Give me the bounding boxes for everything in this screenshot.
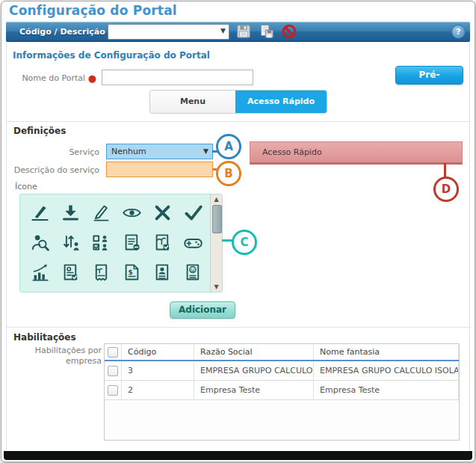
cancel-icon[interactable] (281, 23, 297, 40)
cell-codigo: 3 (122, 361, 194, 381)
download-icon[interactable] (147, 287, 178, 292)
table-row[interactable]: 2Empresa TesteEmpresa Teste (105, 381, 459, 400)
portal-config-window: Configuração do Portal Código / Descriçã… (1, 1, 475, 462)
team-tasks-icon[interactable] (86, 227, 117, 257)
receipt-icon[interactable] (86, 257, 117, 287)
eye-icon[interactable] (117, 197, 147, 227)
icon-grid: rect$ (25, 197, 210, 292)
codigo-descricao-select[interactable]: ▼ (108, 24, 229, 40)
cell-nome-fantasia: Empresa Teste (314, 381, 459, 400)
save-icon[interactable] (235, 23, 252, 40)
callout-b: B (216, 161, 241, 186)
empresas-table: CódigoRazão SocialNome fantasia 3EMPRESA… (104, 343, 460, 441)
callout-a: A (216, 134, 241, 159)
chevron-down-icon: ▼ (203, 144, 208, 159)
cell-razao-social: EMPRESA GRUPO CALCULO IS... (194, 361, 314, 381)
page-title: Configuração do Portal (9, 3, 177, 18)
window-bottom-bar (4, 451, 472, 460)
team-tasks-icon[interactable] (117, 287, 147, 292)
nome-do-portal-label: Nome do Portal ● (7, 73, 96, 83)
document-stamp-icon[interactable] (117, 227, 147, 257)
callout-line-c (222, 239, 232, 242)
info-section-heading: Informações de Configuração do Portal (13, 50, 210, 61)
adicionar-button[interactable]: Adicionar (170, 301, 235, 319)
signature-icon[interactable] (178, 287, 208, 292)
definicoes-heading: Definições (13, 126, 66, 136)
invoice-icon[interactable]: $ (117, 257, 147, 287)
column-header: Razão Social (194, 344, 314, 361)
icone-label: Ícone (15, 182, 37, 191)
close-icon[interactable] (147, 197, 178, 227)
content-panel: Informações de Configuração do Portal No… (6, 43, 470, 453)
column-header: Nome fantasia (314, 344, 459, 361)
servico-label: Serviço (7, 147, 99, 157)
toolbar: Código / Descrição ▼ ? (6, 22, 470, 42)
vacation-request-icon[interactable] (147, 227, 178, 257)
id-badge-icon[interactable] (147, 257, 178, 287)
svg-text:$: $ (129, 268, 133, 275)
scroll-down-icon[interactable]: ▼ (211, 283, 222, 290)
tab-acesso-rápido[interactable]: Acesso Rápido (235, 91, 327, 113)
icon-picker-scrollbar[interactable]: ▲ ▼ (210, 194, 222, 292)
nome-do-portal-input[interactable] (102, 70, 253, 85)
codigo-descricao-label: Código / Descrição (19, 27, 105, 37)
cell-nome-fantasia: EMPRESA GRUPO CALCULO ISOLADO (314, 361, 459, 381)
callout-line-d (444, 163, 446, 177)
callout-d: D (433, 177, 459, 202)
table-header-row: CódigoRazão SocialNome fantasia (105, 344, 459, 361)
download-icon[interactable] (55, 197, 86, 227)
cell-razao-social: Empresa Teste (194, 381, 314, 400)
divider (7, 121, 471, 122)
scrollbar-thumb[interactable] (212, 205, 222, 233)
descricao-servico-label: Descrição do serviço (7, 165, 99, 175)
descricao-servico-input[interactable] (106, 162, 213, 177)
habilitacoes-por-empresa-label: Habilitações por empresa (29, 346, 102, 367)
table-body: 3EMPRESA GRUPO CALCULO IS...EMPRESA GRUP… (105, 361, 459, 400)
pre-visualizar-button[interactable]: Pré-visualizar (395, 66, 463, 85)
signature-icon[interactable] (25, 197, 55, 227)
sort-people-icon[interactable] (55, 287, 86, 292)
row-checkbox[interactable] (108, 366, 118, 376)
sort-people-icon[interactable] (55, 227, 86, 257)
acesso-rapido-preview-text: Acesso Rápido (262, 147, 322, 157)
chevron-down-icon: ▼ (220, 27, 226, 34)
cell-codigo: 2 (122, 381, 194, 400)
tab-menu[interactable]: Menu (150, 91, 235, 113)
icon-picker: rect$ ▲ ▼ (19, 194, 223, 292)
callout-c: C (232, 230, 257, 255)
gamepad-icon[interactable] (178, 227, 208, 257)
table-row[interactable]: 3EMPRESA GRUPO CALCULO IS...EMPRESA GRUP… (105, 361, 459, 381)
divider (7, 327, 471, 328)
document-stamp-icon[interactable] (25, 287, 55, 292)
document-approved-icon[interactable] (55, 257, 86, 287)
required-dot: ● (88, 73, 96, 84)
tab-group: MenuAcesso Rápido (150, 91, 327, 113)
select-all-checkbox[interactable] (108, 347, 118, 358)
help-icon[interactable]: ? (451, 25, 466, 39)
row-checkbox[interactable] (108, 385, 118, 396)
acesso-rapido-preview-panel: Acesso Rápido (250, 141, 463, 165)
chart-icon[interactable] (25, 257, 55, 287)
habilitacoes-heading: Habilitações (13, 332, 76, 343)
edit-icon[interactable] (86, 197, 117, 227)
save-copy-icon[interactable] (259, 23, 275, 40)
scroll-up-icon[interactable]: ▲ (211, 196, 222, 203)
servico-value: Nenhum (111, 147, 146, 156)
column-header: Código (122, 344, 194, 361)
check-icon[interactable] (178, 197, 208, 227)
person-search-icon[interactable]: rect (25, 227, 55, 257)
edit-icon[interactable] (86, 287, 117, 292)
feedback-icon[interactable] (178, 257, 208, 287)
servico-select[interactable]: Nenhum ▼ (106, 144, 213, 159)
